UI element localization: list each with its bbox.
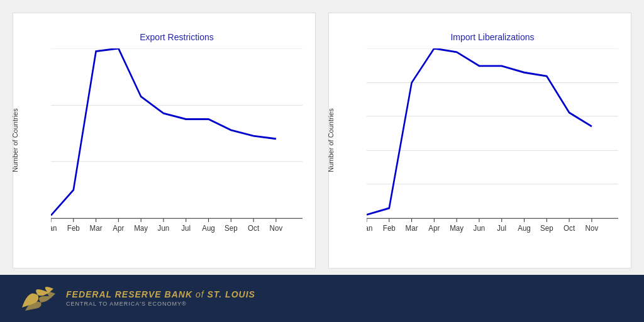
svg-text:Jan: Jan — [51, 223, 57, 233]
svg-text:Jun: Jun — [158, 223, 170, 233]
svg-text:Jul: Jul — [181, 223, 191, 233]
import-liberalizations-inner: 10 20 30 40 50 60 Jan Feb Mar Apr May — [367, 48, 618, 253]
svg-text:Feb: Feb — [67, 223, 80, 233]
svg-text:Jul: Jul — [497, 223, 506, 233]
svg-text:Mar: Mar — [90, 223, 103, 233]
footer-bank-name-of: of — [196, 289, 208, 299]
svg-text:Sep: Sep — [225, 223, 238, 233]
footer-bank-name-part2: ST. LOUIS — [207, 289, 255, 299]
svg-text:May: May — [134, 223, 148, 233]
svg-text:Sep: Sep — [540, 223, 553, 233]
import-liberalizations-chart: Import Liberalizations Number of Countri… — [328, 13, 631, 269]
svg-text:May: May — [450, 223, 464, 233]
footer-bank-name: FEDERAL RESERVE BANK of ST. LOUIS — [66, 289, 255, 299]
svg-text:Apr: Apr — [428, 223, 440, 233]
footer-tagline: CENTRAL TO AMERICA'S ECONOMY® — [66, 301, 255, 307]
footer-bank-name-part1: FEDERAL RESERVE BANK — [66, 289, 192, 299]
svg-text:Aug: Aug — [202, 223, 215, 233]
svg-text:Mar: Mar — [406, 223, 418, 233]
import-liberalizations-y-label: Number of Countries — [327, 109, 335, 173]
charts-area: Export Restrictions Number of Countries … — [0, 0, 644, 275]
svg-text:Oct: Oct — [248, 223, 260, 233]
export-restrictions-chart: Export Restrictions Number of Countries … — [13, 13, 316, 269]
export-restrictions-inner: 0 20 40 60 Jan Feb Mar Apr May — [51, 48, 303, 253]
svg-text:Oct: Oct — [564, 223, 575, 233]
stl-fed-logo — [19, 282, 57, 314]
svg-text:Feb: Feb — [383, 223, 396, 233]
main-container: Export Restrictions Number of Countries … — [0, 0, 644, 322]
footer: FEDERAL RESERVE BANK of ST. LOUIS CENTRA… — [0, 275, 644, 322]
svg-text:Jan: Jan — [367, 223, 372, 233]
svg-text:Aug: Aug — [518, 223, 531, 233]
export-restrictions-title: Export Restrictions — [51, 32, 303, 42]
svg-text:Apr: Apr — [113, 223, 124, 233]
footer-text: FEDERAL RESERVE BANK of ST. LOUIS CENTRA… — [66, 289, 255, 307]
export-restrictions-svg: 0 20 40 60 Jan Feb Mar Apr May — [51, 48, 303, 253]
svg-text:Nov: Nov — [270, 223, 283, 233]
import-liberalizations-svg: 10 20 30 40 50 60 Jan Feb Mar Apr May — [367, 48, 618, 253]
export-restrictions-y-label: Number of Countries — [11, 109, 19, 173]
svg-text:Nov: Nov — [586, 223, 599, 233]
import-liberalizations-title: Import Liberalizations — [367, 32, 618, 42]
svg-text:Jun: Jun — [474, 223, 486, 233]
